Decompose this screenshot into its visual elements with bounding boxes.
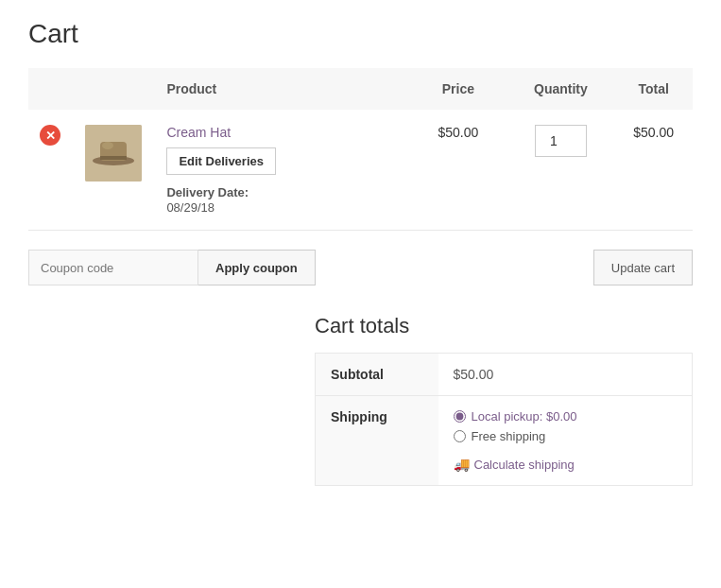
apply-coupon-button[interactable]: Apply coupon bbox=[198, 250, 316, 285]
cart-totals-section: Cart totals Subtotal $50.00 Shipping Loc… bbox=[315, 314, 693, 486]
delivery-date-label: Delivery Date: bbox=[166, 185, 249, 199]
cart-table: Product Price Quantity Total bbox=[28, 68, 693, 231]
coupon-row: Apply coupon Update cart bbox=[28, 250, 693, 285]
col-header-remove bbox=[28, 68, 74, 110]
shipping-local-label: Local pickup: $0.00 bbox=[472, 409, 577, 424]
coupon-left: Apply coupon bbox=[28, 250, 316, 285]
col-header-quantity: Quantity bbox=[507, 68, 615, 110]
shipping-label: Shipping bbox=[316, 396, 438, 486]
quantity-input[interactable] bbox=[535, 125, 587, 157]
cart-totals-title: Cart totals bbox=[315, 314, 693, 338]
shipping-option-free: Free shipping bbox=[454, 429, 678, 443]
local-pickup-link[interactable]: Local pickup: $0.00 bbox=[472, 409, 577, 424]
col-header-product: Product bbox=[155, 68, 409, 110]
shipping-radio-free[interactable] bbox=[454, 430, 466, 442]
svg-point-4 bbox=[102, 142, 113, 149]
remove-item-button[interactable] bbox=[40, 125, 60, 146]
edit-deliveries-button[interactable]: Edit Deliveries bbox=[166, 147, 276, 175]
subtotal-row: Subtotal $50.00 bbox=[316, 354, 693, 396]
subtotal-amount: $50.00 bbox=[454, 367, 494, 382]
update-cart-button[interactable]: Update cart bbox=[593, 250, 693, 285]
calculate-shipping-text: Calculate shipping bbox=[474, 458, 575, 472]
totals-table: Subtotal $50.00 Shipping Local pickup: $… bbox=[315, 353, 693, 486]
item-total: $50.00 bbox=[633, 125, 674, 140]
shipping-option-local: Local pickup: $0.00 bbox=[454, 409, 678, 424]
truck-icon: 🚚 bbox=[454, 457, 470, 472]
item-price: $50.00 bbox=[438, 125, 478, 140]
product-thumbnail bbox=[85, 125, 142, 182]
coupon-input[interactable] bbox=[28, 250, 198, 285]
shipping-radio-local[interactable] bbox=[454, 410, 466, 423]
shipping-row: Shipping Local pickup: $0.00 Free shippi… bbox=[316, 396, 693, 486]
col-header-total: Total bbox=[614, 68, 693, 110]
shipping-free-label: Free shipping bbox=[472, 429, 546, 443]
calculate-shipping-link[interactable]: 🚚 Calculate shipping bbox=[454, 457, 575, 472]
table-row: Cream Hat Edit Deliveries Delivery Date:… bbox=[28, 110, 693, 231]
page-title: Cart bbox=[28, 19, 693, 49]
col-header-price: Price bbox=[409, 68, 506, 110]
svg-rect-3 bbox=[100, 156, 127, 160]
subtotal-label: Subtotal bbox=[316, 354, 438, 396]
col-header-image bbox=[74, 68, 156, 110]
product-name-link[interactable]: Cream Hat bbox=[166, 125, 398, 140]
delivery-date-value: 08/29/18 bbox=[166, 200, 215, 215]
